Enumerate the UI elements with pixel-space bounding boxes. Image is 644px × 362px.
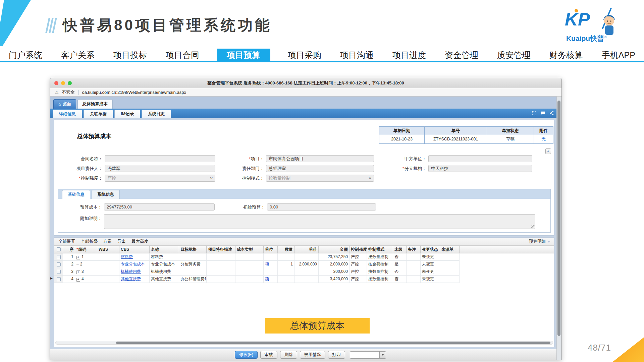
- nav-item-10[interactable]: 质安管理: [496, 49, 532, 61]
- row-checkbox[interactable]: [57, 270, 61, 274]
- grid-tool-5[interactable]: 最大高度: [131, 239, 148, 244]
- browser-urlbar[interactable]: ⚠ 不安全 | oa.kuaipu.com.cn:2198/WebEnterpr…: [50, 88, 561, 97]
- horizontal-scrollbar[interactable]: [55, 341, 553, 345]
- chevron-up-icon[interactable]: «: [547, 240, 551, 242]
- window-tab-1[interactable]: ⌂桌面: [53, 99, 76, 109]
- footer-button-2[interactable]: 审核: [260, 351, 277, 359]
- nav-item-4[interactable]: 项目合同: [164, 49, 201, 61]
- nav-item-11[interactable]: 财务核算: [548, 49, 584, 61]
- sub-tab-1[interactable]: 基础信息: [62, 190, 90, 199]
- panel-collapse-handle-icon[interactable]: ▶: [50, 277, 53, 280]
- window-titlebar[interactable]: 整合管理平台系统 服务热线：4000-686-168 法定工作日上班时间：上午9…: [50, 78, 561, 88]
- vertical-scrollbar[interactable]: [556, 97, 561, 360]
- grid-row-4[interactable]: 4+4其他直接费其他直接费办公和管理费用项3,420,000严控按数量控制否未变…: [54, 276, 554, 283]
- grid-tool-4[interactable]: 导出: [117, 239, 126, 244]
- cell-strength: 严控: [350, 276, 367, 283]
- field-memo: 附加说明：: [58, 214, 535, 229]
- security-label[interactable]: 不安全: [62, 89, 75, 95]
- sub-tab-2[interactable]: 系统信息: [92, 190, 120, 199]
- close-window-icon[interactable]: [54, 81, 58, 85]
- zoom-window-icon[interactable]: [68, 81, 72, 85]
- nav-item-3[interactable]: 项目投标: [112, 49, 148, 61]
- message-icon[interactable]: [540, 111, 545, 116]
- basic-info-body: 预算成本： 29477250.00 初始预算： 0.00 附加说明：: [58, 199, 550, 232]
- window-tab-2[interactable]: 总体预算成本: [77, 99, 113, 109]
- nav-item-8[interactable]: 项目进度: [391, 49, 427, 61]
- cbs-link[interactable]: 专业分包成本: [121, 262, 145, 266]
- row-checkbox[interactable]: [57, 277, 61, 281]
- grid-header-filler: [460, 246, 554, 253]
- vertical-scrollbar-thumb[interactable]: [557, 101, 560, 336]
- unit-link[interactable]: 项: [265, 262, 269, 266]
- field-initial-budget: 初始预算： 0.00: [219, 203, 376, 211]
- footer-button-4[interactable]: 被用情况: [300, 351, 325, 359]
- grid-col-source: 来源单: [440, 246, 460, 253]
- row-checkbox[interactable]: [57, 262, 61, 266]
- memo-label: 附加说明：: [58, 214, 104, 222]
- grid-col-cbs: CBS: [119, 246, 150, 253]
- attachment-link[interactable]: 无: [541, 137, 546, 141]
- field-input[interactable]: 总经理室: [266, 165, 374, 172]
- field-input[interactable]: 冯建军: [105, 165, 215, 172]
- expand-node-icon[interactable]: +: [76, 270, 80, 274]
- select-all-checkbox[interactable]: [57, 247, 61, 251]
- resize-grip-icon[interactable]: [531, 225, 535, 228]
- budget-cost-input[interactable]: 29477250.00: [104, 203, 215, 210]
- expand-node-icon[interactable]: +: [76, 256, 80, 259]
- nav-item-9[interactable]: 资金管理: [443, 49, 480, 61]
- form-fields: 合同名称：*项目：市民体育公园项目甲方单位：项目责任人：冯建军责任部门：总经理室…: [54, 155, 554, 182]
- footer-button-5[interactable]: 打印: [328, 351, 345, 359]
- nav-item-7[interactable]: 项目沟通: [339, 49, 375, 61]
- field-input[interactable]: 市民体育公园项目: [266, 155, 374, 162]
- cbs-link[interactable]: 机械使用费: [121, 269, 141, 274]
- detail-tab-4[interactable]: 系统日志: [142, 110, 171, 118]
- horizontal-scrollbar-thumb[interactable]: [116, 342, 550, 344]
- cell-change: 未变更: [421, 268, 440, 276]
- grid-tool-3[interactable]: 方案: [103, 239, 112, 244]
- nav-item-5[interactable]: 项目预算: [217, 49, 270, 61]
- minimize-window-icon[interactable]: [61, 81, 65, 85]
- initial-budget-input[interactable]: 0.00: [267, 203, 376, 210]
- cell-qty: [278, 253, 294, 261]
- grid-row-3[interactable]: 3+3机械使用费机械使用费300,000严控按数量控制否未变更: [54, 268, 554, 276]
- detail-tab-1[interactable]: 详细信息: [53, 110, 82, 118]
- cell-check: [54, 253, 63, 261]
- field-label: *分支机构：: [376, 166, 428, 172]
- grid-tool-2[interactable]: 全部折叠: [81, 239, 98, 244]
- cell-feature: [207, 253, 235, 261]
- resize-icon[interactable]: [532, 111, 537, 116]
- field-select[interactable]: 按数量控制∨: [266, 175, 374, 182]
- print-template-select[interactable]: [350, 351, 386, 359]
- cell-source: [440, 276, 460, 283]
- share-icon[interactable]: [549, 111, 554, 116]
- cbs-link[interactable]: 其他直接费: [121, 277, 141, 281]
- collapse-section-button[interactable]: «: [545, 148, 551, 154]
- field-label: 合同名称：: [54, 156, 105, 162]
- budget-grid-panel: 全部展开全部折叠方案导出最大高度 预算明细 « 序*编码WBSCBS名称目标规格…: [54, 237, 554, 347]
- field-input[interactable]: 中天科技: [428, 165, 532, 172]
- footer-button-1[interactable]: 修改(E): [235, 351, 258, 359]
- grid-row-2[interactable]: 2–2专业分包成本专业分包成本分包劳务费项12,000,0002,000,000…: [54, 261, 554, 268]
- field-select[interactable]: 严控∨: [105, 175, 215, 182]
- footer-button-3[interactable]: 删除: [280, 351, 297, 359]
- unit-link[interactable]: 项: [265, 277, 269, 281]
- doc-info-value[interactable]: 无: [534, 135, 553, 144]
- field-input[interactable]: [428, 155, 532, 162]
- detail-tab-2[interactable]: 关联单据: [84, 110, 113, 118]
- decor-top-left-ribbon: [0, 0, 34, 46]
- select-dropdown-button[interactable]: [379, 352, 386, 358]
- grid-row-1[interactable]: 1+1材料费材料费23,757,250严控按数量控制否未变更: [54, 253, 554, 261]
- grid-tool-1[interactable]: 全部展开: [58, 239, 75, 244]
- row-checkbox[interactable]: [57, 255, 61, 259]
- nav-item-12[interactable]: 手机APP: [600, 49, 637, 61]
- expand-node-icon[interactable]: +: [76, 278, 80, 282]
- cbs-link[interactable]: 材料费: [121, 254, 133, 259]
- nav-item-1[interactable]: 门户系统: [7, 49, 44, 61]
- nav-item-2[interactable]: 客户关系: [60, 49, 96, 61]
- field-input[interactable]: [105, 155, 215, 162]
- nav-item-6[interactable]: 项目采购: [286, 49, 323, 61]
- grid-col-leaf: 末级: [393, 246, 407, 253]
- address-url[interactable]: oa.kuaipu.com.cn:2198/WebEnterprise/newm…: [82, 90, 186, 95]
- detail-tab-3[interactable]: IM记录: [114, 110, 140, 118]
- memo-textarea[interactable]: [104, 214, 535, 229]
